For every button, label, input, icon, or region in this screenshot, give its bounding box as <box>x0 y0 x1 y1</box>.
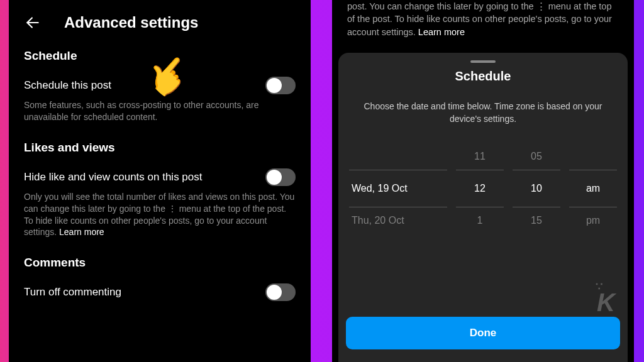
turn-off-commenting-label: Turn off commenting <box>24 286 121 299</box>
picker-date-selected[interactable]: Wed, 19 Oct <box>349 170 447 207</box>
schedule-desc: Some features, such as cross-posting to … <box>9 99 311 133</box>
picker-ampm-selected[interactable]: am <box>569 170 617 207</box>
picker-minute-prev[interactable]: 05 <box>513 143 560 170</box>
learn-more-link[interactable]: Learn more <box>418 27 465 37</box>
learn-more-link[interactable]: Learn more <box>59 227 104 237</box>
picker-hour-prev[interactable]: 11 <box>456 143 504 170</box>
picker-hour-selected[interactable]: 12 <box>456 170 504 207</box>
section-likes-heading: Likes and views <box>9 133 311 160</box>
turn-off-commenting-toggle[interactable] <box>265 283 296 301</box>
advanced-settings-screen: Advanced settings Schedule Schedule this… <box>9 0 311 362</box>
schedule-bottom-sheet: Schedule Choose the date and time below.… <box>338 53 628 362</box>
sheet-subtitle: Choose the date and time below. Time zon… <box>338 84 628 143</box>
watermark-icon: K <box>597 288 614 317</box>
hide-likes-desc: Only you will see the total number of li… <box>9 191 311 249</box>
picker-minute-selected[interactable]: 10 <box>513 170 560 207</box>
hide-likes-toggle-label: Hide like and view counts on this post <box>24 171 203 184</box>
picker-date-prev[interactable] <box>349 143 447 170</box>
done-button[interactable]: Done <box>346 317 620 349</box>
right-top-partial-text: post. You can change this later by going… <box>332 0 634 46</box>
picker-date-next[interactable]: Thu, 20 Oct <box>349 207 447 234</box>
sheet-grabber[interactable] <box>470 60 496 63</box>
picker-minute-next[interactable]: 15 <box>513 207 560 234</box>
back-icon[interactable] <box>24 14 42 31</box>
page-title: Advanced settings <box>64 14 198 31</box>
picker-ampm-prev[interactable] <box>569 143 617 170</box>
section-comments-heading: Comments <box>9 248 311 275</box>
schedule-sheet-screen: post. You can change this later by going… <box>332 0 634 362</box>
hide-likes-toggle[interactable] <box>265 168 296 186</box>
schedule-toggle-label: Schedule this post <box>24 79 111 92</box>
schedule-toggle[interactable] <box>265 77 296 94</box>
sheet-title: Schedule <box>338 69 628 84</box>
picker-ampm-next[interactable]: pm <box>569 207 617 234</box>
section-schedule-heading: Schedule <box>9 41 311 68</box>
picker-hour-next[interactable]: 1 <box>456 207 504 234</box>
datetime-picker[interactable]: 11 05 Wed, 19 Oct 12 10 am Thu, 20 Oct 1… <box>338 143 628 234</box>
